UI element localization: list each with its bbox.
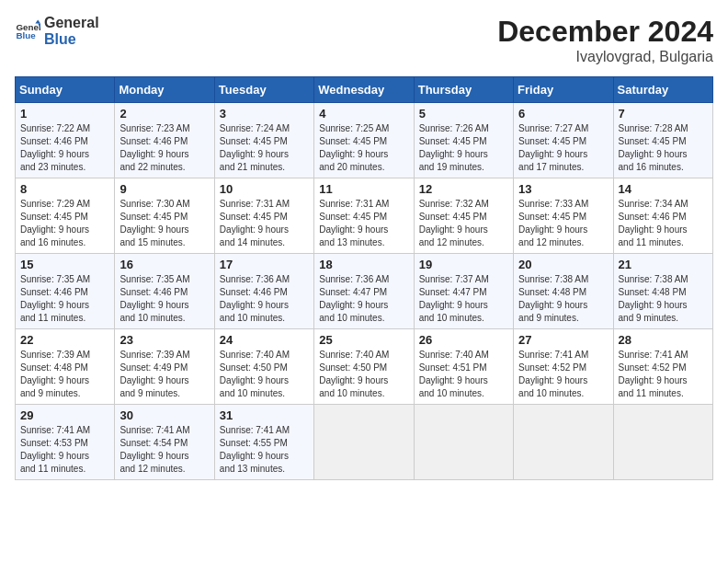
day-info: Sunrise: 7:30 AM Sunset: 4:45 PM Dayligh…	[119, 198, 209, 249]
day-info: Sunrise: 7:26 AM Sunset: 4:45 PM Dayligh…	[419, 122, 508, 174]
main-title: December 2024	[497, 15, 713, 49]
calendar-cell	[514, 405, 613, 480]
day-info: Sunrise: 7:33 AM Sunset: 4:45 PM Dayligh…	[518, 198, 608, 249]
day-number: 29	[20, 408, 109, 422]
calendar-cell	[414, 405, 513, 480]
day-number: 24	[220, 333, 309, 347]
day-number: 7	[619, 107, 708, 121]
day-number: 22	[20, 333, 109, 347]
calendar-cell: 28Sunrise: 7:41 AM Sunset: 4:52 PM Dayli…	[613, 329, 712, 405]
calendar-cell: 20Sunrise: 7:38 AM Sunset: 4:48 PM Dayli…	[514, 254, 613, 329]
calendar-cell: 26Sunrise: 7:40 AM Sunset: 4:51 PM Dayli…	[414, 329, 513, 405]
day-of-week-header: Friday	[514, 77, 613, 103]
day-info: Sunrise: 7:41 AM Sunset: 4:52 PM Dayligh…	[619, 349, 708, 400]
day-of-week-header: Thursday	[414, 77, 513, 103]
calendar-cell: 17Sunrise: 7:36 AM Sunset: 4:46 PM Dayli…	[214, 254, 313, 329]
page-header: General Blue General Blue December 2024 …	[15, 15, 713, 65]
calendar-cell: 31Sunrise: 7:41 AM Sunset: 4:55 PM Dayli…	[214, 405, 313, 480]
calendar-cell: 14Sunrise: 7:34 AM Sunset: 4:46 PM Dayli…	[613, 178, 712, 254]
day-info: Sunrise: 7:36 AM Sunset: 4:46 PM Dayligh…	[220, 273, 309, 325]
calendar-cell: 12Sunrise: 7:32 AM Sunset: 4:45 PM Dayli…	[414, 178, 513, 254]
calendar-cell	[314, 405, 414, 480]
day-info: Sunrise: 7:24 AM Sunset: 4:45 PM Dayligh…	[220, 122, 309, 174]
day-info: Sunrise: 7:22 AM Sunset: 4:46 PM Dayligh…	[20, 122, 109, 174]
calendar-header: SundayMondayTuesdayWednesdayThursdayFrid…	[16, 77, 713, 103]
day-number: 25	[319, 333, 408, 347]
calendar-cell: 27Sunrise: 7:41 AM Sunset: 4:52 PM Dayli…	[514, 329, 613, 405]
day-number: 14	[619, 182, 708, 196]
calendar-cell: 30Sunrise: 7:41 AM Sunset: 4:54 PM Dayli…	[115, 405, 214, 480]
day-info: Sunrise: 7:40 AM Sunset: 4:50 PM Dayligh…	[319, 349, 408, 400]
day-number: 3	[220, 107, 309, 121]
day-number: 30	[119, 408, 209, 422]
day-info: Sunrise: 7:31 AM Sunset: 4:45 PM Dayligh…	[220, 198, 309, 249]
logo: General Blue General Blue	[15, 15, 99, 49]
calendar-cell: 23Sunrise: 7:39 AM Sunset: 4:49 PM Dayli…	[115, 329, 214, 405]
calendar-cell: 8Sunrise: 7:29 AM Sunset: 4:45 PM Daylig…	[16, 178, 115, 254]
day-number: 11	[319, 182, 408, 196]
calendar-cell: 1Sunrise: 7:22 AM Sunset: 4:46 PM Daylig…	[16, 103, 115, 178]
day-number: 20	[518, 258, 608, 271]
calendar-cell: 29Sunrise: 7:41 AM Sunset: 4:53 PM Dayli…	[16, 405, 115, 480]
day-info: Sunrise: 7:35 AM Sunset: 4:46 PM Dayligh…	[119, 273, 209, 325]
day-number: 9	[119, 182, 209, 196]
calendar-cell: 22Sunrise: 7:39 AM Sunset: 4:48 PM Dayli…	[16, 329, 115, 405]
calendar-cell: 24Sunrise: 7:40 AM Sunset: 4:50 PM Dayli…	[214, 329, 313, 405]
subtitle: Ivaylovgrad, Bulgaria	[497, 49, 713, 65]
day-number: 27	[518, 333, 608, 347]
day-number: 8	[20, 182, 109, 196]
calendar-cell: 21Sunrise: 7:38 AM Sunset: 4:48 PM Dayli…	[613, 254, 712, 329]
day-info: Sunrise: 7:23 AM Sunset: 4:46 PM Dayligh…	[119, 122, 209, 174]
day-number: 18	[319, 258, 408, 271]
day-number: 16	[119, 258, 209, 271]
calendar-cell: 13Sunrise: 7:33 AM Sunset: 4:45 PM Dayli…	[514, 178, 613, 254]
day-info: Sunrise: 7:27 AM Sunset: 4:45 PM Dayligh…	[518, 122, 608, 174]
title-block: December 2024 Ivaylovgrad, Bulgaria	[497, 15, 713, 65]
day-info: Sunrise: 7:40 AM Sunset: 4:51 PM Dayligh…	[419, 349, 508, 400]
day-of-week-header: Sunday	[16, 77, 115, 103]
day-info: Sunrise: 7:32 AM Sunset: 4:45 PM Dayligh…	[419, 198, 508, 249]
day-number: 31	[220, 408, 309, 422]
day-info: Sunrise: 7:37 AM Sunset: 4:47 PM Dayligh…	[419, 273, 508, 325]
day-info: Sunrise: 7:38 AM Sunset: 4:48 PM Dayligh…	[518, 273, 608, 325]
calendar-cell: 4Sunrise: 7:25 AM Sunset: 4:45 PM Daylig…	[314, 103, 414, 178]
day-info: Sunrise: 7:40 AM Sunset: 4:50 PM Dayligh…	[220, 349, 309, 400]
calendar-cell: 10Sunrise: 7:31 AM Sunset: 4:45 PM Dayli…	[214, 178, 313, 254]
calendar-cell: 7Sunrise: 7:28 AM Sunset: 4:45 PM Daylig…	[613, 103, 712, 178]
calendar-cell: 9Sunrise: 7:30 AM Sunset: 4:45 PM Daylig…	[115, 178, 214, 254]
calendar-cell: 19Sunrise: 7:37 AM Sunset: 4:47 PM Dayli…	[414, 254, 513, 329]
calendar-cell: 25Sunrise: 7:40 AM Sunset: 4:50 PM Dayli…	[314, 329, 414, 405]
day-of-week-header: Wednesday	[314, 77, 414, 103]
day-info: Sunrise: 7:39 AM Sunset: 4:49 PM Dayligh…	[119, 349, 209, 400]
day-number: 15	[20, 258, 109, 271]
day-number: 4	[319, 107, 408, 121]
calendar-cell: 16Sunrise: 7:35 AM Sunset: 4:46 PM Dayli…	[115, 254, 214, 329]
day-number: 13	[518, 182, 608, 196]
day-of-week-header: Monday	[115, 77, 214, 103]
calendar-cell: 2Sunrise: 7:23 AM Sunset: 4:46 PM Daylig…	[115, 103, 214, 178]
calendar-cell: 3Sunrise: 7:24 AM Sunset: 4:45 PM Daylig…	[214, 103, 313, 178]
logo-blue: Blue	[44, 31, 99, 48]
calendar-cell: 18Sunrise: 7:36 AM Sunset: 4:47 PM Dayli…	[314, 254, 414, 329]
day-number: 5	[419, 107, 508, 121]
calendar-table: SundayMondayTuesdayWednesdayThursdayFrid…	[15, 76, 713, 480]
day-number: 26	[419, 333, 508, 347]
day-info: Sunrise: 7:31 AM Sunset: 4:45 PM Dayligh…	[319, 198, 408, 249]
day-number: 19	[419, 258, 508, 271]
calendar-cell	[613, 405, 712, 480]
day-number: 2	[119, 107, 209, 121]
day-info: Sunrise: 7:25 AM Sunset: 4:45 PM Dayligh…	[319, 122, 408, 174]
day-info: Sunrise: 7:34 AM Sunset: 4:46 PM Dayligh…	[619, 198, 708, 249]
day-info: Sunrise: 7:29 AM Sunset: 4:45 PM Dayligh…	[20, 198, 109, 249]
day-of-week-header: Saturday	[613, 77, 712, 103]
day-of-week-header: Tuesday	[214, 77, 313, 103]
day-info: Sunrise: 7:38 AM Sunset: 4:48 PM Dayligh…	[619, 273, 708, 325]
day-number: 6	[518, 107, 608, 121]
svg-text:Blue: Blue	[16, 31, 36, 41]
calendar-cell: 6Sunrise: 7:27 AM Sunset: 4:45 PM Daylig…	[514, 103, 613, 178]
day-info: Sunrise: 7:35 AM Sunset: 4:46 PM Dayligh…	[20, 273, 109, 325]
day-number: 28	[619, 333, 708, 347]
day-number: 1	[20, 107, 109, 121]
day-number: 23	[119, 333, 209, 347]
day-info: Sunrise: 7:41 AM Sunset: 4:52 PM Dayligh…	[518, 349, 608, 400]
